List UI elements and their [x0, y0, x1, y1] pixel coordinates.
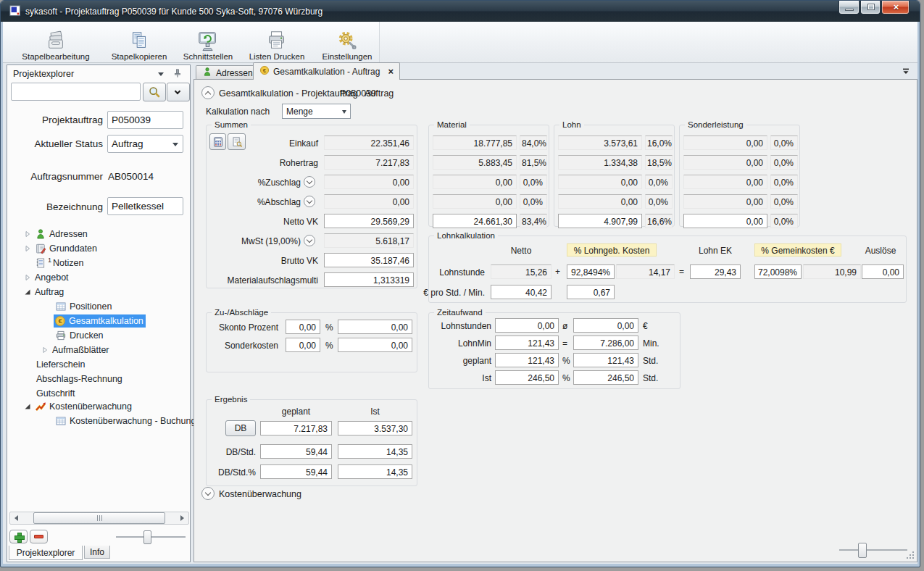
tab-list-icon[interactable]	[902, 67, 910, 78]
tree-item-adressen[interactable]: Adressen	[9, 227, 188, 241]
tree-item-auftrag[interactable]: Auftrag	[9, 285, 188, 299]
lohn-ek-field[interactable]: 29,43	[690, 264, 741, 279]
listen-drucken-button[interactable]: Listen Drucken	[239, 23, 315, 61]
lohngeb-pct-field[interactable]: 92,8494%	[567, 264, 615, 279]
db-std-pct-geplant-field[interactable]: 59,44	[260, 464, 332, 479]
collapse-tree-icon[interactable]	[23, 403, 32, 410]
add-button[interactable]	[9, 530, 28, 543]
sidebar-zoom-slider-thumb[interactable]	[143, 530, 151, 544]
summen-row-label: MwSt (19,00%)	[206, 236, 301, 246]
sonderleistung-value: 0,00	[683, 175, 767, 189]
ist-field2[interactable]: 246,50	[573, 370, 638, 385]
abschlag-dropdown-button[interactable]	[304, 196, 315, 207]
db-std-ist-field[interactable]: 14,35	[338, 444, 412, 459]
ist-field1[interactable]: 246,50	[495, 370, 559, 385]
close-button[interactable]: ×	[881, 1, 910, 14]
geplant-field2[interactable]: 121,43	[573, 353, 638, 367]
tree-item-angebot[interactable]: Angebot	[9, 270, 188, 285]
mwst-field: 5.618,17	[324, 233, 414, 248]
expand-kostenueberwachung-button[interactable]	[201, 487, 215, 500]
lohnstunden-field1[interactable]: 0,00	[495, 318, 559, 333]
euro-pro-min-field[interactable]: 0,67	[567, 285, 615, 299]
euro-pro-std-field[interactable]: 40,42	[491, 285, 552, 299]
scrollbar-thumb[interactable]	[33, 512, 165, 524]
lohnstunden-field2[interactable]: 0,00	[573, 318, 638, 333]
resize-grip[interactable]	[905, 550, 915, 560]
expand-icon[interactable]	[23, 274, 32, 281]
brutto-vk-field[interactable]: 35.187,46	[324, 253, 414, 267]
sonderkosten-value-field[interactable]: 0,00	[338, 338, 412, 352]
material-total[interactable]: 24.661,30	[433, 214, 517, 228]
collapse-section-button[interactable]	[201, 86, 215, 99]
scroll-right-arrow[interactable]	[176, 512, 188, 524]
bezeichnung-input[interactable]	[107, 197, 183, 215]
expand-icon[interactable]	[23, 245, 32, 252]
bottom-tab-projektexplorer[interactable]: Projektexplorer	[9, 546, 83, 560]
sonderleistung-total[interactable]: 0,00	[683, 214, 767, 228]
gemeinkosten-pct-field[interactable]: 72,0098%	[754, 264, 802, 279]
geplant-field1[interactable]: 121,43	[495, 353, 559, 367]
tree-horizontal-scrollbar[interactable]	[9, 512, 189, 525]
skonto-pct-field[interactable]: 0,00	[286, 320, 320, 334]
lohnmin-field2[interactable]: 7.286,00	[573, 335, 638, 350]
expand-icon[interactable]	[23, 230, 32, 238]
titlebar[interactable]: sykasoft - Projektauftrag P050039 für Ku…	[1, 1, 920, 22]
tree-item-lieferschein[interactable]: Lieferschein	[9, 357, 188, 372]
tree-item-drucken[interactable]: Drucken	[9, 328, 188, 343]
main-zoom-slider[interactable]	[839, 549, 907, 551]
panel-menu-icon[interactable]	[158, 72, 164, 76]
einstellungen-button[interactable]: Einstellungen	[316, 23, 378, 61]
tree-item-notizen[interactable]: 1 Notizen	[9, 256, 188, 270]
tree-item-kostenueberwachung[interactable]: Kostenüberwachung	[9, 399, 188, 414]
person-icon	[35, 228, 46, 240]
search-button[interactable]	[143, 83, 166, 101]
lohnmin-field1[interactable]: 121,43	[495, 335, 559, 350]
sonderkosten-pct-field[interactable]: 0,00	[286, 338, 320, 352]
tree-item-abschlags-rechnung[interactable]: Abschlags-Rechnung	[9, 372, 188, 386]
kalkulation-nach-select[interactable]: Menge	[282, 104, 351, 119]
search-icon	[148, 86, 161, 99]
stapelbearbeitung-button[interactable]: Stapelbearbeitung	[13, 23, 99, 61]
db-ist-field[interactable]: 3.537,30	[338, 421, 412, 435]
tree-item-gesamtkalkulation[interactable]: Gesamtkalkulation	[9, 314, 188, 328]
unit-label: Std.	[643, 356, 658, 366]
tree-item-gutschrift[interactable]: Gutschrift	[9, 386, 188, 401]
remove-button[interactable]	[30, 530, 48, 543]
db-button[interactable]: DB	[225, 420, 256, 436]
tab-gesamtkalkulation-auftrag[interactable]: Gesamtkalkulation - Auftrag ×	[253, 62, 400, 80]
main-zoom-slider-thumb[interactable]	[858, 543, 867, 558]
db-geplant-field[interactable]: 7.217,83	[260, 421, 332, 435]
lohn-total[interactable]: 4.907,99	[558, 214, 642, 228]
tab-adressen[interactable]: Adressen	[196, 65, 259, 80]
skonto-value-field[interactable]: 0,00	[338, 320, 412, 334]
pin-icon[interactable]	[172, 68, 183, 78]
tree-item-grunddaten[interactable]: Grunddaten	[9, 241, 188, 256]
schnittstellen-button[interactable]: Schnittstellen	[178, 23, 238, 61]
status-value: Auftrag	[112, 138, 143, 149]
expand-icon[interactable]	[41, 346, 49, 354]
summen-row-label: Rohertrag	[206, 158, 318, 168]
db-std-pct-ist-field[interactable]: 14,35	[338, 464, 412, 479]
maximize-button[interactable]	[860, 1, 881, 14]
tree-item-positionen[interactable]: Positionen	[9, 299, 188, 314]
status-select[interactable]: Auftrag	[107, 135, 183, 153]
projektauftrag-input[interactable]	[107, 111, 183, 129]
scroll-left-arrow[interactable]	[10, 512, 22, 524]
db-std-geplant-field[interactable]: 59,44	[260, 444, 332, 459]
mwst-dropdown-button[interactable]	[304, 235, 315, 246]
zuschlag-field: 0,00	[324, 175, 414, 189]
tree-item-kostenueberwachung-buchung[interactable]: Kostenüberwachung - Buchung	[9, 414, 188, 428]
zuschlag-dropdown-button[interactable]	[304, 176, 315, 188]
printer-icon	[55, 330, 67, 341]
search-input[interactable]	[11, 83, 141, 101]
ausloese-field[interactable]: 0,00	[862, 264, 904, 279]
materialaufschlagsmulti-field[interactable]: 1,313319	[324, 272, 414, 287]
tree-item-aufmassblaetter[interactable]: Aufmaßblätter	[9, 343, 188, 357]
search-options-button[interactable]	[167, 83, 190, 101]
stapelkopieren-button[interactable]: Stapelkopieren	[101, 23, 177, 61]
bottom-tab-info[interactable]: Info	[84, 546, 110, 559]
collapse-tree-icon[interactable]	[23, 288, 32, 296]
close-tab-icon[interactable]: ×	[388, 66, 394, 77]
netto-vk-field[interactable]: 29.569,29	[324, 214, 414, 228]
minimize-button[interactable]	[838, 1, 860, 14]
